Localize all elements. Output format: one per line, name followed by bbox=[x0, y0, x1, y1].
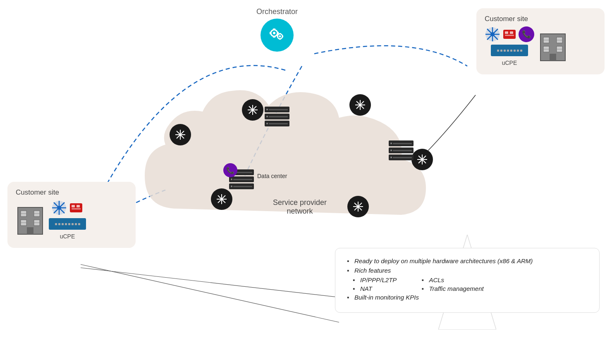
svg-rect-23 bbox=[505, 35, 514, 36]
svg-point-51 bbox=[57, 206, 61, 210]
router-node-6 bbox=[347, 196, 369, 217]
callout-subitem-l1: IP/PPP/L2TP bbox=[353, 276, 397, 283]
ucpe-device-dots-left bbox=[55, 223, 80, 225]
svg-rect-13 bbox=[282, 36, 283, 38]
server-rack-1 bbox=[265, 107, 289, 126]
callout-sublist-right: ACLs Traffic management bbox=[421, 276, 483, 294]
router-circle-4 bbox=[411, 149, 433, 170]
customer-site-left-content: uCPE bbox=[16, 200, 127, 240]
ucpe-device-left bbox=[49, 218, 86, 230]
svg-rect-22 bbox=[510, 31, 513, 34]
svg-rect-7 bbox=[273, 36, 275, 38]
customer-site-left: Customer site bbox=[7, 182, 136, 248]
dc-label: Data center bbox=[257, 173, 287, 179]
router-circle-1 bbox=[170, 124, 191, 145]
ucpe-area-left: uCPE bbox=[49, 200, 86, 240]
ucpe-label-right: uCPE bbox=[502, 59, 517, 66]
callout-subitem-r2: Traffic management bbox=[421, 285, 483, 292]
orchestrator-icon bbox=[261, 19, 294, 52]
svg-point-5 bbox=[279, 36, 281, 38]
building-icon-right bbox=[538, 30, 567, 63]
callout-item-2: Rich features bbox=[347, 267, 588, 274]
router-node-4 bbox=[411, 149, 433, 170]
svg-rect-21 bbox=[505, 31, 508, 34]
vnf-icons-left bbox=[51, 200, 84, 216]
router-node-1 bbox=[170, 124, 191, 145]
ucpe-label-left: uCPE bbox=[60, 233, 75, 240]
svg-rect-45 bbox=[27, 227, 33, 234]
server-rack-2 bbox=[389, 140, 414, 160]
svg-rect-8 bbox=[270, 32, 271, 34]
customer-site-right-content: 📞 uCPE bbox=[485, 26, 596, 66]
customer-site-right-title: Customer site bbox=[485, 15, 596, 23]
callout-subitem-r1: ACLs bbox=[421, 276, 483, 283]
svg-rect-10 bbox=[279, 33, 281, 34]
svg-rect-55 bbox=[72, 208, 81, 209]
phone-icon-dc: 📞 bbox=[223, 163, 237, 177]
customer-site-left-title: Customer site bbox=[16, 188, 127, 197]
svg-rect-54 bbox=[76, 205, 80, 207]
router-circle-6 bbox=[347, 196, 369, 217]
router-circle-3 bbox=[349, 94, 371, 116]
router-node-3 bbox=[349, 94, 371, 116]
building-icon-left bbox=[16, 203, 45, 236]
callout-list: Ready to deploy on multiple hardware arc… bbox=[347, 257, 588, 301]
callout-box: Ready to deploy on multiple hardware arc… bbox=[335, 248, 600, 313]
phone-icon-right: 📞 bbox=[519, 26, 534, 42]
callout-sublist: IP/PPP/L2TP NAT ACLs Traffic management bbox=[353, 276, 588, 294]
customer-site-right: Customer site bbox=[476, 8, 605, 74]
svg-point-19 bbox=[490, 32, 495, 36]
ucpe-device-dots-right bbox=[497, 50, 522, 52]
svg-rect-20 bbox=[503, 30, 516, 39]
diagram-container: Orchestrator Customer site bbox=[0, 0, 612, 364]
svg-rect-52 bbox=[70, 203, 82, 212]
svg-point-3 bbox=[273, 32, 275, 34]
callout-subitem-l2: NAT bbox=[353, 285, 397, 292]
router-circle-2 bbox=[242, 99, 263, 121]
ucpe-device-right bbox=[491, 45, 528, 56]
svg-rect-12 bbox=[277, 36, 278, 38]
svg-rect-34 bbox=[550, 54, 556, 61]
router-circle-5 bbox=[211, 188, 232, 210]
router-node-5 bbox=[211, 188, 232, 210]
callout-sublist-left: IP/PPP/L2TP NAT bbox=[353, 276, 397, 294]
callout-item-1: Ready to deploy on multiple hardware arc… bbox=[347, 257, 588, 264]
svg-rect-11 bbox=[279, 38, 281, 40]
orchestrator-box: Orchestrator bbox=[256, 7, 298, 52]
orchestrator-label: Orchestrator bbox=[256, 7, 298, 16]
svg-rect-9 bbox=[277, 32, 279, 34]
callout-item-3: Built-in monitoring KPIs bbox=[347, 294, 588, 301]
svg-rect-6 bbox=[273, 29, 275, 30]
sp-label: Service provider network bbox=[273, 198, 327, 216]
svg-line-0 bbox=[81, 264, 339, 322]
svg-rect-53 bbox=[72, 205, 75, 207]
vnf-icons-right: 📞 bbox=[485, 26, 534, 42]
ucpe-area-right: 📞 uCPE bbox=[485, 26, 534, 66]
router-node-2 bbox=[242, 99, 263, 121]
